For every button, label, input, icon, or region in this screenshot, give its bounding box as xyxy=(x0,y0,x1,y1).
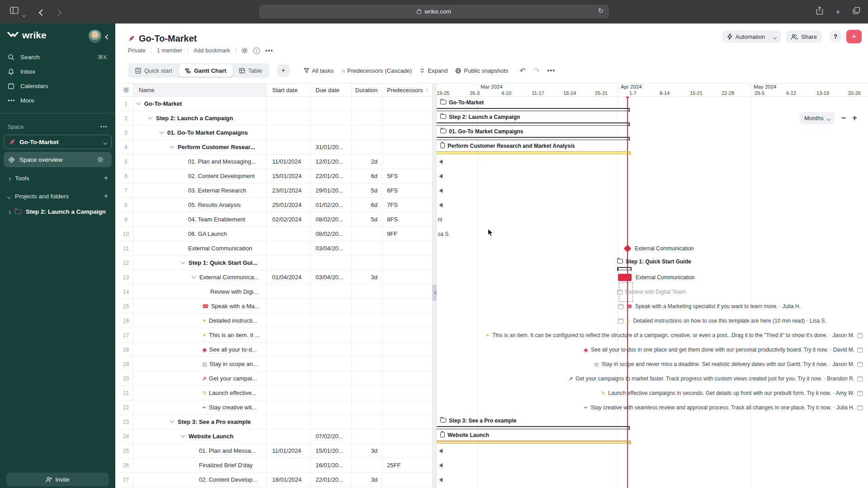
table-row[interactable]: 26Finalized Brief D'day16/01/20...25FF xyxy=(119,458,432,473)
predecessors-cell[interactable] xyxy=(382,126,432,140)
due-date-cell[interactable] xyxy=(310,357,352,371)
task-name-cell[interactable]: ◉See all your to-d... xyxy=(133,343,267,357)
due-date-cell[interactable]: 22/01/20... xyxy=(310,473,352,487)
help-button[interactable]: ? xyxy=(829,30,842,43)
table-row[interactable]: 4Perform Customer Resear...31/01/20... xyxy=(119,140,432,155)
offscreen-left-indicator[interactable] xyxy=(439,174,443,178)
duration-cell[interactable] xyxy=(352,241,382,255)
start-date-cell[interactable] xyxy=(267,314,310,328)
gantt-bar[interactable] xyxy=(437,426,630,429)
column-header-name[interactable]: Name xyxy=(133,84,267,96)
task-name-cell[interactable]: ▤Stay in scope an... xyxy=(133,357,267,371)
start-date-cell[interactable] xyxy=(267,458,310,472)
due-date-cell[interactable]: 08/02/20... xyxy=(310,227,352,241)
due-date-cell[interactable] xyxy=(310,285,352,299)
task-name-cell[interactable]: External Communication xyxy=(133,241,267,255)
task-name-cell[interactable]: ✦Detailed instructi... xyxy=(133,314,267,328)
start-date-cell[interactable] xyxy=(267,429,310,443)
predecessors-cell[interactable] xyxy=(382,256,432,270)
duration-cell[interactable] xyxy=(352,458,382,472)
gantt-canvas[interactable]: Go-To-MarketStep 2: Launch a Campaign01.… xyxy=(437,97,868,488)
predecessors-cell[interactable]: 5FS xyxy=(382,169,432,183)
expand-chevron[interactable] xyxy=(192,274,196,279)
task-name-cell[interactable]: ✦This is an item. It ... xyxy=(133,328,267,342)
gantt-bar[interactable] xyxy=(437,122,630,126)
add-view-button[interactable]: + xyxy=(277,64,290,77)
duration-cell[interactable] xyxy=(352,386,382,400)
offscreen-left-indicator[interactable] xyxy=(439,463,443,468)
predecessors-cell[interactable] xyxy=(382,299,432,313)
start-date-cell[interactable] xyxy=(267,227,310,241)
duration-cell[interactable]: 6d xyxy=(352,169,382,183)
sidebar-item-step2-project[interactable]: Step 2: Launch a Campaign xyxy=(0,204,115,219)
start-date-cell[interactable] xyxy=(267,357,310,371)
space-options-icon[interactable]: ••• xyxy=(100,124,108,130)
predecessors-cell[interactable] xyxy=(382,386,432,400)
task-name-cell[interactable]: Perform Customer Resear... xyxy=(133,140,267,154)
privacy-label[interactable]: Private xyxy=(128,47,146,54)
start-date-cell[interactable]: 11/01/2024 xyxy=(267,444,310,458)
sidebar-item-search[interactable]: Search ⌘K xyxy=(0,50,115,64)
predecessors-cell[interactable]: 25FF xyxy=(382,458,432,472)
gantt-note[interactable]: ✒Stay creative with seamless review and … xyxy=(584,404,863,411)
sidebar-item-more[interactable]: ••• More xyxy=(0,93,115,108)
sidebar-item-calendars[interactable]: Calendars xyxy=(0,79,115,93)
predecessors-cell[interactable] xyxy=(382,140,432,154)
column-header-due-date[interactable]: Due date xyxy=(310,84,352,96)
add-project-icon[interactable]: + xyxy=(104,192,108,200)
table-row[interactable]: 602. Content Development15/01/202422/01/… xyxy=(119,169,432,183)
due-date-cell[interactable] xyxy=(310,415,352,429)
start-date-cell[interactable] xyxy=(267,328,310,342)
column-header-start-date[interactable]: Start date xyxy=(267,84,310,96)
table-settings-cell[interactable] xyxy=(119,84,133,96)
start-date-cell[interactable]: 15/01/2024 xyxy=(267,169,310,183)
duration-cell[interactable]: 6d xyxy=(352,198,382,212)
table-row[interactable]: 2Step 2: Launch a Campaign xyxy=(119,111,432,126)
due-date-cell[interactable]: 31/01/20... xyxy=(310,140,352,154)
refresh-icon[interactable]: ↻ xyxy=(598,7,604,15)
offscreen-left-indicator[interactable] xyxy=(439,478,443,482)
due-date-cell[interactable] xyxy=(310,256,352,270)
collapse-sidebar-icon[interactable] xyxy=(106,33,109,40)
task-name-cell[interactable]: 02. Content Develop... xyxy=(133,473,267,487)
column-header-predecessors[interactable]: Predecessors↑ xyxy=(382,84,432,96)
share-button[interactable]: Share xyxy=(786,30,822,43)
info-icon[interactable]: i xyxy=(253,47,260,54)
expand-chevron[interactable] xyxy=(137,101,141,105)
gear-icon[interactable] xyxy=(97,156,104,163)
duration-cell[interactable] xyxy=(352,371,382,385)
gantt-bar[interactable] xyxy=(437,108,630,111)
gear-icon[interactable] xyxy=(241,47,248,54)
offscreen-left-indicator[interactable] xyxy=(439,203,443,207)
sidebar-toggle-icon[interactable] xyxy=(10,7,19,16)
predecessors-cell[interactable] xyxy=(382,357,432,371)
task-name-cell[interactable]: ✒Stay creative wit... xyxy=(133,400,267,414)
toolbar-more-button[interactable]: ••• xyxy=(547,67,555,74)
task-name-cell[interactable]: 05. Results Analysis xyxy=(133,198,267,212)
gantt-bar[interactable] xyxy=(437,137,630,140)
automation-button[interactable]: Automation xyxy=(722,30,782,43)
start-date-cell[interactable] xyxy=(267,140,310,154)
gantt-note[interactable]: ☎Speak with a Marketing specialist if yo… xyxy=(618,303,801,310)
duration-cell[interactable]: 5d xyxy=(352,183,382,197)
due-date-cell[interactable]: 29/01/20... xyxy=(310,183,352,197)
back-icon[interactable] xyxy=(40,9,44,17)
expand-chevron[interactable] xyxy=(170,419,175,423)
gantt-bar[interactable] xyxy=(617,267,632,270)
start-date-cell[interactable] xyxy=(267,285,310,299)
duration-cell[interactable] xyxy=(352,299,382,313)
undo-button[interactable]: ↶ xyxy=(520,66,526,75)
predecessors-cell[interactable] xyxy=(382,400,432,414)
tab-gantt-chart[interactable]: Gantt Chart xyxy=(179,64,233,77)
sort-predecessors-button[interactable]: ↑↓ Predecessors (Cascade) xyxy=(341,67,412,74)
table-row[interactable]: 14Review with Digi... xyxy=(119,285,432,299)
members-label[interactable]: 1 member xyxy=(157,47,182,54)
table-row[interactable]: 2702. Content Develop...18/01/202422/01/… xyxy=(119,473,432,487)
offscreen-left-indicator[interactable] xyxy=(439,188,443,193)
table-row[interactable]: 12Step 1: Quick Start Gui... xyxy=(119,256,432,270)
invite-button[interactable]: Invite xyxy=(6,473,109,486)
add-bookmark-link[interactable]: Add bookmark xyxy=(193,47,230,54)
gantt-note[interactable]: ↗Get your campaigns to market faster. Tr… xyxy=(569,375,863,382)
duration-cell[interactable] xyxy=(352,400,382,414)
predecessors-cell[interactable] xyxy=(382,314,432,328)
